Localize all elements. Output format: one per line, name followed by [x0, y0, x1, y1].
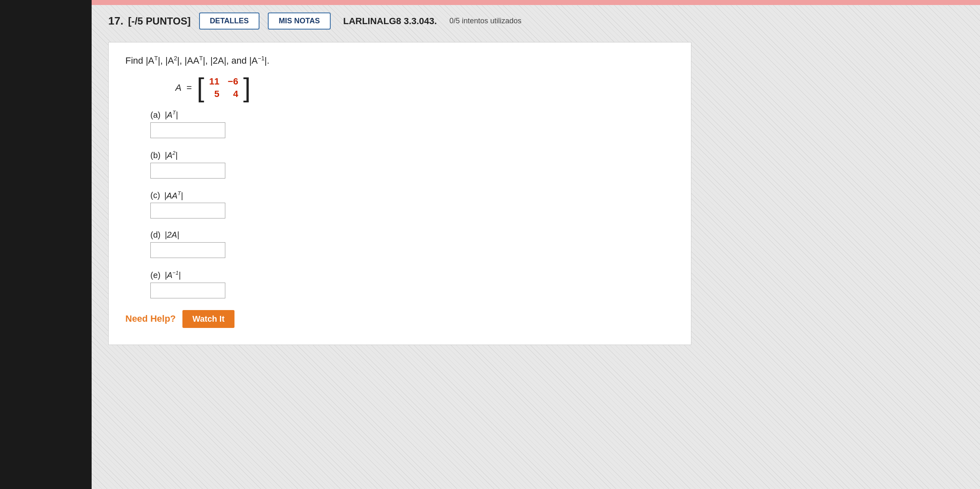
- problem-body: Find |AT|, |A2|, |AAT|, |2A|, and |A−1|.…: [108, 42, 691, 345]
- equals-sign: =: [187, 82, 192, 93]
- matrix-values: 11 −6 5 4: [206, 74, 242, 101]
- part-c-input[interactable]: [150, 203, 225, 218]
- part-b-label: (b) |A2|: [150, 150, 674, 160]
- header-row: 17. [-/5 PUNTOS] DETALLES MIS NOTAS LARL…: [108, 8, 963, 30]
- mis-notas-button[interactable]: MIS NOTAS: [268, 12, 331, 30]
- part-e-label: (e) |A−1|: [150, 270, 674, 280]
- right-bracket: ]: [243, 74, 251, 101]
- attempts-label: 0/5 intentos utilizados: [449, 17, 521, 25]
- need-help-text: Need Help?: [125, 313, 176, 324]
- need-help-row: Need Help? Watch It: [125, 310, 674, 328]
- part-c-row: (c) |AAT|: [150, 190, 674, 219]
- part-b-row: (b) |A2|: [150, 150, 674, 179]
- detalles-button[interactable]: DETALLES: [199, 12, 260, 30]
- part-a-input[interactable]: [150, 122, 225, 138]
- part-a-row: (a) |AT|: [150, 109, 674, 138]
- part-d-row: (d) |2A|: [150, 230, 674, 258]
- part-d-label: (d) |2A|: [150, 230, 674, 240]
- part-b-input[interactable]: [150, 163, 225, 179]
- problem-id: LARLINALG8 3.3.043.: [343, 16, 437, 27]
- matrix-r1c2: −6: [228, 76, 238, 87]
- matrix-r1c1: 11: [209, 76, 219, 87]
- part-c-label: (c) |AAT|: [150, 190, 674, 201]
- matrix-r2c1: 5: [209, 89, 219, 99]
- left-sidebar: [0, 0, 92, 489]
- part-d-input[interactable]: [150, 242, 225, 258]
- part-e-row: (e) |A−1|: [150, 270, 674, 298]
- top-bar: [92, 0, 980, 5]
- matrix-r2c2: 4: [228, 89, 238, 99]
- find-text: Find |AT|, |A2|, |AAT|, |2A|, and |A−1|.: [125, 55, 674, 66]
- main-content: 17. [-/5 PUNTOS] DETALLES MIS NOTAS LARL…: [92, 0, 980, 489]
- part-e-input[interactable]: [150, 283, 225, 298]
- left-bracket: [: [197, 74, 204, 101]
- part-a-label: (a) |AT|: [150, 109, 674, 120]
- watch-it-button[interactable]: Watch It: [182, 310, 234, 328]
- matrix-bracket-container: [ 11 −6 5 4 ]: [197, 74, 251, 101]
- matrix-label: A: [175, 82, 182, 93]
- matrix-section: A = [ 11 −6 5 4 ]: [175, 74, 674, 101]
- problem-number: 17. [-/5 PUNTOS]: [108, 15, 191, 27]
